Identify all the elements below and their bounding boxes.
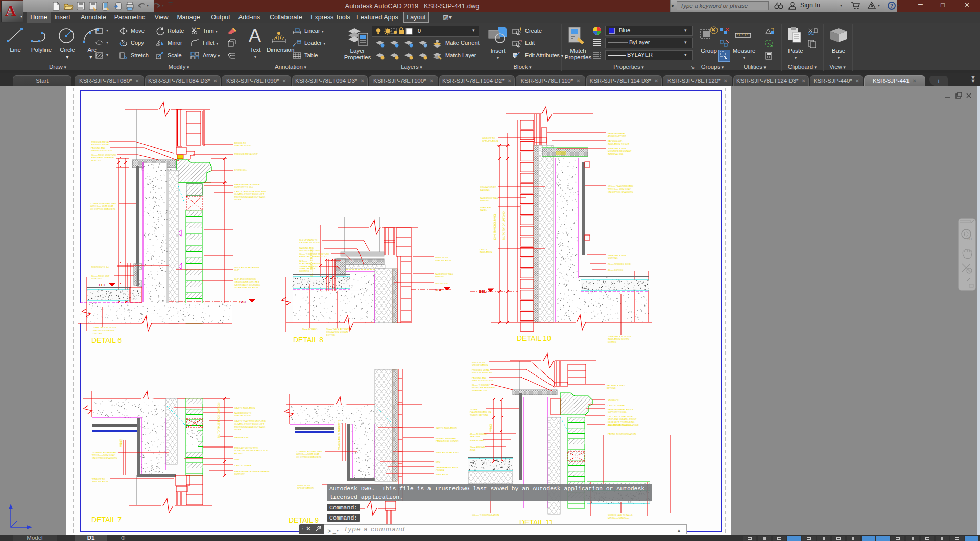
svg-text:SSL TO TBA (5 BRICK COURSES): SSL TO TBA (5 BRICK COURSES) xyxy=(218,402,220,438)
svg-text:14mm THK MDFSKIRTING: 14mm THK MDFSKIRTING xyxy=(299,267,316,272)
svg-text:PRESSED METAL ANGLE GREENSSUPP: PRESSED METAL ANGLE GREENSSUPPORT xyxy=(234,470,270,475)
svg-text:DPM: DPM xyxy=(436,461,441,463)
svg-text:PRESSED METAL ANGLESUPPORT TO: PRESSED METAL ANGLESUPPORT TO CILL xyxy=(608,408,633,413)
svg-text:STONE CILL: STONE CILL xyxy=(234,169,247,171)
svg-text:36mm THICK MDF MOISTURERESISTA: 36mm THICK MDF MOISTURERESISTANT INTERNA… xyxy=(299,253,329,258)
svg-text:PAVING TO SPECIFICATION: PAVING TO SPECIFICATION xyxy=(608,433,636,435)
svg-text:DETAIL 6: DETAIL 6 xyxy=(91,336,122,344)
svg-text:SSL: SSL xyxy=(435,288,443,292)
svg-text:STONE CILL: STONE CILL xyxy=(608,399,620,402)
svg-text:FACEBRICK WALLBEYOND: FACEBRICK WALLBEYOND xyxy=(480,197,499,202)
svg-text:CAVITY CLOSER: CAVITY CLOSER xyxy=(234,464,251,467)
svg-text:12.5mm PLASTERBOARDWITH 3mm SK: 12.5mm PLASTERBOARDWITH 3mm SKIM COATON … xyxy=(296,450,322,458)
svg-text:CAVITY TRAY WITH STOP-ENDCLEAT: CAVITY TRAY WITH STOP-ENDCLEATS . FRONT … xyxy=(234,420,266,431)
svg-text:WINDOW TOSPECIFICATION: WINDOW TOSPECIFICATION xyxy=(482,137,498,142)
svg-text:VARIES: VARIES xyxy=(490,424,492,432)
svg-text:BRICKS TOSPECIFICATION: BRICKS TOSPECIFICATION xyxy=(234,142,251,147)
svg-text:12.5mm PLASTERBOARDWITH 3mm SK: 12.5mm PLASTERBOARDWITH 3mm SKIM COATON … xyxy=(608,185,633,193)
svg-text:25mm FINISHED ZONE: 25mm FINISHED ZONE xyxy=(608,263,631,265)
svg-text:PACKING ANDINSULATION TO SUIT: PACKING ANDINSULATION TO SUIT xyxy=(472,377,494,382)
svg-text:DETAIL 9: DETAIL 9 xyxy=(289,516,319,524)
svg-text:12.5mm PLASTERBOARDWITH 3mm SK: 12.5mm PLASTERBOARDWITH 3mm SKIM COATON … xyxy=(92,451,117,459)
svg-text:WINDOW TOSPECIFICATION: WINDOW TOSPECIFICATION xyxy=(435,256,451,262)
svg-text:WINDOW TOSPECIFICATION: WINDOW TOSPECIFICATION xyxy=(297,484,314,489)
svg-text:SLS UPSTAND TOS.E SPECIFICATIO: SLS UPSTAND TOS.E SPECIFICATION xyxy=(299,239,320,244)
svg-text:CAVITYINSULATION: CAVITYINSULATION xyxy=(480,248,492,253)
svg-text:VARIES: VARIES xyxy=(120,439,123,447)
svg-text:INSULATION BACKING: INSULATION BACKING xyxy=(436,451,459,454)
svg-text:10mm THICK ACOUSTICINSULATION: 10mm THICK ACOUSTICINSULATION SHOWNDOTTE… xyxy=(93,326,117,335)
svg-text:CAVITY INSULATION: CAVITY INSULATION xyxy=(436,427,457,429)
svg-text:45mm SCREED: 45mm SCREED xyxy=(302,328,317,331)
svg-text:WINDOW TOSPECIFICATION: WINDOW TOSPECIFICATION xyxy=(472,361,488,366)
svg-text:PRESSED METALWINDOW SUPPORT: PRESSED METALWINDOW SUPPORT xyxy=(472,369,492,374)
svg-text:REDRESS TO 1st: REDRESS TO 1st xyxy=(91,266,109,268)
svg-text:36mm THICK MDFMOISTURE RESISTA: 36mm THICK MDFMOISTURE RESISTANTINTERNAL… xyxy=(472,384,496,392)
svg-text:SLIP ANCHOR BRICKTIES@450mm CE: SLIP ANCHOR BRICKTIES@450mm CENTRES(VERT… xyxy=(234,278,260,289)
svg-text:GALVANISED 75x75mm ANGLE: GALVANISED 75x75mm ANGLE xyxy=(608,424,639,426)
svg-text:2D: 2D xyxy=(967,237,972,241)
svg-text:SSL: SSL xyxy=(479,289,487,294)
svg-text:PRESSED METALANGLE SUPPORT: PRESSED METALANGLE SUPPORT xyxy=(91,140,110,146)
svg-text:THERMABATE CAVITYCLOSER: THERMABATE CAVITYCLOSER xyxy=(436,466,458,472)
svg-text:SPANDRELPANEL: SPANDRELPANEL xyxy=(480,206,492,211)
svg-text:12.5mmPLASTERBOARD ONTIMBER BA: 12.5mmPLASTERBOARD ONTIMBER BATTENS xyxy=(470,408,491,416)
svg-text:WINDOW TOSPECIFICATION: WINDOW TOSPECIFICATION xyxy=(92,478,108,483)
svg-text:25mm FINISHEDZONE: 25mm FINISHEDZONE xyxy=(470,446,486,451)
svg-text:12.5mmPLASTERBOARD ONTIMBER BA: 12.5mmPLASTERBOARD ONTIMBER BATTENS xyxy=(299,260,320,268)
svg-text:DETAIL 10: DETAIL 10 xyxy=(517,334,551,342)
svg-text:90mm SCREED: 90mm SCREED xyxy=(470,439,485,442)
svg-text:PACKING ANDINSULATION TO SUIT: PACKING ANDINSULATION TO SUIT xyxy=(299,247,321,252)
svg-text:10mm THICK ACOUSTICINSULATION: 10mm THICK ACOUSTICINSULATION SHOWNDOTTE… xyxy=(608,335,632,343)
svg-text:SSL TO TOP OF UPSTAND: SSL TO TOP OF UPSTAND xyxy=(503,211,505,240)
svg-text:INSULATION RETAININGCLIP: INSULATION RETAININGCLIP xyxy=(234,266,259,271)
svg-text:PACKING ANDINSULATION TO SUIT: PACKING ANDINSULATION TO SUIT xyxy=(608,140,630,145)
svg-text:CAVITY TRAY WITH STOP-ENDCLEAT: CAVITY TRAY WITH STOP-ENDCLEATS . FRONT … xyxy=(234,190,266,201)
svg-text:48mm THICK MDFSKIRTING: 48mm THICK MDFSKIRTING xyxy=(608,254,626,260)
svg-text:INSULATION: INSULATION xyxy=(436,473,448,476)
svg-text:100% SPANDREL PANEL: 100% SPANDREL PANEL xyxy=(494,213,496,240)
svg-text:FACEBRICK WALLBEYOND: FACEBRICK WALLBEYOND xyxy=(607,384,626,389)
svg-text:45mm SCREED: 45mm SCREED xyxy=(608,269,623,271)
svg-text:36mm THICK MOISTURERESISTANT I: 36mm THICK MOISTURERESISTANT INTERNALMDF… xyxy=(91,154,116,162)
svg-text:FACEBRICKS TOSPECIFICATION: FACEBRICKS TOSPECIFICATION xyxy=(234,412,252,417)
svg-text:FFL: FFL xyxy=(99,283,106,287)
svg-text:FACEBRICK WALLBEYOND: FACEBRICK WALLBEYOND xyxy=(435,273,454,278)
svg-text:SCREED LAID TO FALLSMIN 50mm M: SCREED LAID TO FALLSMIN 50mm MIN 25mm xyxy=(608,514,633,519)
svg-text:PRESSED METALANGLE SUPPORT: PRESSED METALANGLE SUPPORT xyxy=(608,132,626,137)
svg-text:INSULATION BYBACKING: INSULATION BYBACKING xyxy=(480,186,496,191)
svg-text:GLAZED SPANDRELPANEL(TO BE CON: GLAZED SPANDRELPANEL(TO BE CONFIR xyxy=(436,437,459,442)
svg-text:CAVITY CLOSER: CAVITY CLOSER xyxy=(608,404,625,407)
svg-text:PACKING ANDINSULATION TO SUIT: PACKING ANDINSULATION TO SUIT xyxy=(91,147,113,152)
svg-text:VARIES (MIN SLAB DEPTH): VARIES (MIN SLAB DEPTH) xyxy=(338,420,341,450)
svg-text:DETAIL 7: DETAIL 7 xyxy=(91,515,122,524)
svg-text:CAVITY INSULATION: CAVITY INSULATION xyxy=(234,407,255,409)
svg-text:SSL: SSL xyxy=(239,300,247,304)
svg-text:10mm THICK MDFSKIRTING: 10mm THICK MDFSKIRTING xyxy=(91,275,110,280)
svg-text:12.5mm PLASTERBOARDWITH 3mm SK: 12.5mm PLASTERBOARDWITH 3mm SKIM COATON … xyxy=(90,202,116,210)
svg-text:PRESSED METAL ANGLESUPPORT TO: PRESSED METAL ANGLESUPPORT TO CILL xyxy=(234,183,260,189)
svg-text:DETAIL 8: DETAIL 8 xyxy=(293,336,323,344)
svg-text:A: A xyxy=(249,26,261,45)
svg-text:DPM: DPM xyxy=(234,458,240,461)
svg-text:PRECAST LINTEL WITHDOVE-TAIL P: PRECAST LINTEL WITHDOVE-TAIL PROFILE BRI… xyxy=(234,446,268,455)
svg-text:INSULATION: INSULATION xyxy=(435,282,448,285)
svg-text:110mm THICK INSULATION: 110mm THICK INSULATION xyxy=(472,514,499,516)
svg-text:10mm THICK ACOUSTICINSULATION: 10mm THICK ACOUSTICINSULATION SHOWNDOTTE… xyxy=(326,328,351,336)
svg-text:48mm THICK MDFSKIRTING: 48mm THICK MDFSKIRTING xyxy=(470,433,488,438)
svg-text:36mm THICK MDFMOISTURE RESISTA: 36mm THICK MDFMOISTURE RESISTANTINTERNAL… xyxy=(608,147,632,155)
svg-text:PRESSED METAL DRIP: PRESSED METAL DRIP xyxy=(234,153,258,155)
svg-text:WEEP HOLES: WEEP HOLES xyxy=(234,436,249,439)
